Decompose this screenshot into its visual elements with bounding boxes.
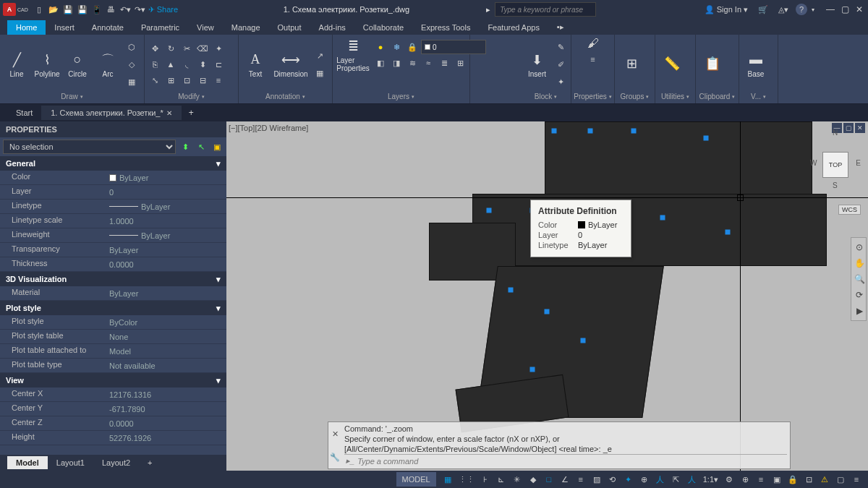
scale-icon[interactable]: ⤡ <box>148 73 162 87</box>
sb-lock-icon[interactable]: 🔒 <box>786 472 800 487</box>
sb-cycle-icon[interactable]: ⟲ <box>605 472 620 487</box>
sb-ortho-icon[interactable]: ⊾ <box>494 472 509 487</box>
layer-match-icon[interactable]: ≋ <box>405 56 420 70</box>
groups-button[interactable]: ⊞ <box>618 53 645 75</box>
layer-off-icon[interactable]: ◨ <box>389 56 404 70</box>
help-icon[interactable]: ? <box>796 4 807 15</box>
trim-icon[interactable]: ✂ <box>179 41 194 56</box>
panel-modify[interactable]: Modify <box>148 93 235 102</box>
tab-home[interactable]: Home <box>7 20 46 35</box>
tab-view[interactable]: View <box>188 20 223 35</box>
section-plot[interactable]: Plot style▾ <box>0 301 226 315</box>
draw-misc-1[interactable]: ⬡ <box>124 40 139 54</box>
explode-icon[interactable]: ✦ <box>211 41 226 56</box>
viewport-label[interactable]: [−][Top][2D Wireframe] <box>229 124 308 132</box>
modify-misc2[interactable]: ⊟ <box>195 73 210 87</box>
drawing-canvas[interactable]: [−][Top][2D Wireframe] — ▢ ✕ <box>226 121 868 471</box>
zoom-icon[interactable]: 🔍 <box>853 273 866 286</box>
layer-misc2[interactable]: ≣ <box>437 56 451 70</box>
sb-lw-icon[interactable]: ≡ <box>574 472 588 487</box>
section-3dviz[interactable]: 3D Visualization▾ <box>0 272 226 286</box>
redo-icon[interactable]: ↷▾ <box>134 3 147 16</box>
arc-button[interactable]: ⌒Arc <box>94 50 122 80</box>
selection-combo[interactable]: No selection <box>3 140 176 154</box>
viewcube[interactable]: N W E S TOP <box>810 129 861 201</box>
tab-annotate[interactable]: Annotate <box>83 20 132 35</box>
stretch-icon[interactable]: ⬍ <box>195 57 210 72</box>
tab-parametric[interactable]: Parametric <box>132 20 188 35</box>
tab-start[interactable]: Start <box>7 106 42 120</box>
command-line[interactable]: ✕🔧 Command: '_.zoom Specify corner of wi… <box>328 421 791 469</box>
app-logo[interactable]: A <box>3 3 16 16</box>
sb-hw-icon[interactable]: ⚠ <box>817 472 832 487</box>
sb-infer-icon[interactable]: ⊦ <box>478 472 493 487</box>
fillet-icon[interactable]: ◟ <box>179 57 194 72</box>
open-icon[interactable]: 📂 <box>47 3 60 16</box>
offset-icon[interactable]: ⊏ <box>211 57 226 72</box>
wcs-badge[interactable]: WCS <box>838 205 861 215</box>
cmd-config-icon[interactable]: 🔧 <box>330 453 340 462</box>
tab-express[interactable]: Express Tools <box>412 20 479 35</box>
array-icon[interactable]: ⊞ <box>163 73 178 87</box>
layer-properties-button[interactable]: ≣Layer Properties <box>336 36 370 74</box>
sb-scale[interactable]: 1:1 ▾ <box>701 472 720 487</box>
sb-clean-icon[interactable]: ▢ <box>833 472 848 487</box>
panel-layers[interactable]: Layers <box>336 93 467 102</box>
sb-otrack-icon[interactable]: ∠ <box>558 472 572 487</box>
tab-extra-icon[interactable]: ▪▸ <box>548 20 573 35</box>
plot-icon[interactable]: 🖶 <box>105 3 118 16</box>
sb-units-icon[interactable]: ≡ <box>754 472 768 487</box>
signin-button[interactable]: 👤 Sign In ▾ <box>702 5 751 14</box>
layer-bulb-icon[interactable]: ● <box>373 40 388 54</box>
move-icon[interactable]: ✥ <box>148 41 162 56</box>
pickadd-icon[interactable]: ▣ <box>210 140 224 153</box>
sb-custom-icon[interactable]: ≡ <box>849 472 864 487</box>
sb-trans-icon[interactable]: ▨ <box>590 472 604 487</box>
tab-output[interactable]: Output <box>269 20 310 35</box>
tab-layout2[interactable]: Layout2 <box>93 456 139 469</box>
panel-properties[interactable]: Properties <box>574 93 611 102</box>
tab-close-icon[interactable]: ✕ <box>166 109 172 117</box>
table-icon[interactable]: ▦ <box>312 66 327 80</box>
layer-lock-icon[interactable]: 🔒 <box>405 40 420 54</box>
sb-model[interactable]: MODEL <box>396 472 436 487</box>
minimize-icon[interactable]: — <box>825 4 836 14</box>
insert-button[interactable]: ⬇Insert <box>524 50 550 80</box>
sb-iso2-icon[interactable]: ⊡ <box>801 472 816 487</box>
pan-icon[interactable]: ✋ <box>853 257 866 270</box>
tab-collaborate[interactable]: Collaborate <box>354 20 412 35</box>
panel-block[interactable]: Block <box>524 93 568 102</box>
sb-grid-icon[interactable]: ▦ <box>441 472 455 487</box>
polyline-button[interactable]: ⌇Polyline <box>33 50 61 80</box>
quickselect-icon[interactable]: ⬍ <box>179 140 192 153</box>
draw-misc-3[interactable]: ▦ <box>124 74 139 89</box>
erase-icon[interactable]: ⌫ <box>195 41 210 56</box>
tab-featured[interactable]: Featured Apps <box>479 20 548 35</box>
text-button[interactable]: AText <box>242 50 269 80</box>
draw-misc-2[interactable]: ◇ <box>124 57 139 72</box>
web-icon[interactable]: 📱 <box>90 3 103 16</box>
sb-snap-icon[interactable]: ⋮⋮ <box>456 472 477 487</box>
tab-add-icon[interactable]: + <box>182 105 201 121</box>
fullnav-icon[interactable]: ⊙ <box>853 241 866 254</box>
share-button[interactable]: ✈ Share <box>148 3 178 16</box>
sb-qp-icon[interactable]: ▣ <box>770 472 784 487</box>
clipboard-button[interactable]: 📋 <box>699 53 726 75</box>
panel-draw[interactable]: Draw <box>3 93 141 102</box>
layer-freeze-icon[interactable]: ❄ <box>389 40 404 54</box>
layer-misc1[interactable]: ≈ <box>421 56 435 70</box>
panel-annotation[interactable]: Annotation <box>242 93 329 102</box>
cart-icon[interactable]: 🛒 <box>755 5 771 14</box>
selectobj-icon[interactable]: ↖ <box>195 140 208 153</box>
block-attr-icon[interactable]: ✦ <box>553 74 568 89</box>
line-button[interactable]: ╱Line <box>3 50 30 80</box>
sb-3dosnap-icon[interactable]: ✦ <box>621 472 636 487</box>
section-general[interactable]: General▾ <box>0 156 226 171</box>
tab-layout1[interactable]: Layout1 <box>48 456 93 469</box>
sb-dyn-icon[interactable]: ⊕ <box>637 472 652 487</box>
leader-icon[interactable]: ↗ <box>312 48 327 63</box>
props-combo-icon[interactable]: ≡ <box>586 52 600 67</box>
tab-model[interactable]: Model <box>7 456 48 469</box>
sb-polar-icon[interactable]: ✳ <box>510 472 524 487</box>
panel-groups[interactable]: Groups <box>618 93 652 102</box>
